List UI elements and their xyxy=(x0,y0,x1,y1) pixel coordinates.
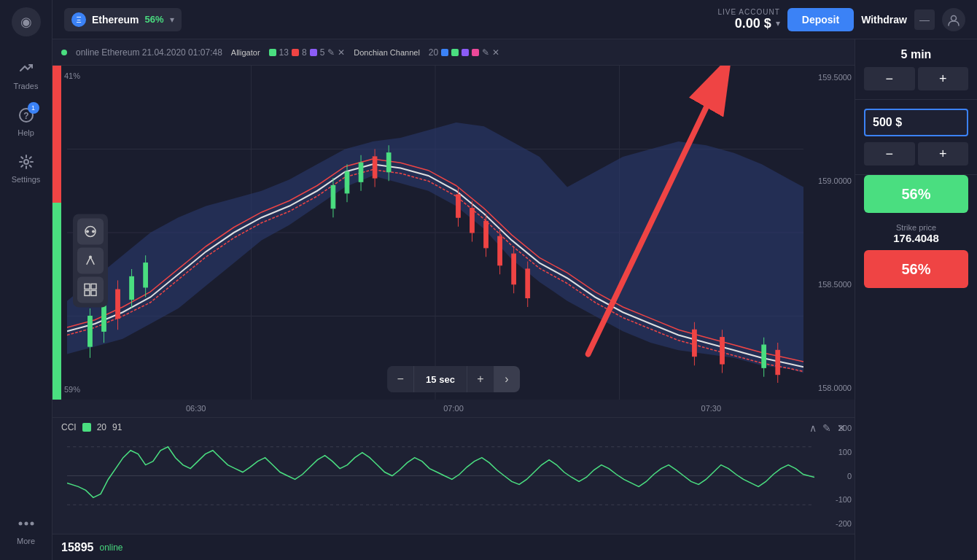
amount-decrease-btn[interactable]: − xyxy=(864,142,915,166)
donchian-label: Donchian Channel xyxy=(354,48,420,57)
topbar-right: LIVE ACCOUNT 0.00 $ ▾ Deposit Withdraw — xyxy=(717,8,965,31)
logo[interactable]: ◉ xyxy=(12,7,41,36)
sidebar-item-settings-label: Settings xyxy=(12,175,41,184)
pct-bar xyxy=(52,66,61,400)
strike-label: Strike price xyxy=(864,223,968,232)
main-area: Ξ Ethereum 56% ▾ LIVE ACCOUNT 0.00 $ ▾ D… xyxy=(52,0,977,560)
alligator-dots: 13 8 5 ✎ ✕ xyxy=(269,47,346,58)
toolbar-layout-btn[interactable] xyxy=(77,276,104,303)
up-button[interactable]: 56% xyxy=(864,175,968,213)
time-next-btn[interactable]: › xyxy=(494,366,520,392)
more-icon xyxy=(16,513,36,534)
withdraw-button[interactable]: Withdraw xyxy=(861,14,907,26)
svg-rect-78 xyxy=(91,284,96,289)
svg-rect-25 xyxy=(144,263,148,287)
settings-icon xyxy=(16,152,36,172)
chart-main: 41% 59% xyxy=(52,66,855,400)
svg-rect-52 xyxy=(498,236,502,265)
svg-rect-40 xyxy=(386,153,391,172)
balance-value: 0.00 $ xyxy=(735,16,771,31)
svg-rect-37 xyxy=(373,157,377,178)
panel-time-value: 5 min xyxy=(864,48,968,61)
alligator-val1: 13 xyxy=(279,47,289,58)
amount-increase-btn[interactable]: + xyxy=(918,142,969,166)
time-increase-btn[interactable]: + xyxy=(467,366,494,392)
live-label: LIVE ACCOUNT xyxy=(717,8,779,16)
svg-rect-67 xyxy=(762,345,766,368)
svg-rect-55 xyxy=(512,254,516,284)
svg-rect-16 xyxy=(102,305,106,331)
sidebar-item-more[interactable]: More xyxy=(16,513,36,545)
svg-point-76 xyxy=(89,255,92,258)
alligator-close-icon[interactable]: ✕ xyxy=(338,47,345,58)
cci-y-200: 200 xyxy=(814,424,855,432)
time-decrease-btn[interactable]: − xyxy=(387,366,413,392)
time-selector: 5 min − + xyxy=(855,39,977,100)
amount-selector: − + xyxy=(855,100,977,175)
x-labels: 06:30 07:00 07:30 xyxy=(67,404,840,413)
cci-y-axis: 200 100 0 -100 -200 xyxy=(814,418,855,534)
y-label-2: 159.0000 xyxy=(803,176,855,185)
status-bar: 15895 online xyxy=(52,534,855,560)
svg-rect-61 xyxy=(693,330,697,356)
sidebar: ◉ Trades 1 ? Help Settings xyxy=(0,0,52,560)
sidebar-item-help[interactable]: 1 ? Help xyxy=(16,105,36,137)
pct-bar-bottom xyxy=(52,203,61,400)
svg-rect-31 xyxy=(345,172,349,193)
sidebar-item-trades[interactable]: Trades xyxy=(14,58,39,90)
y-label-4: 158.0000 xyxy=(803,384,855,392)
asset-name: Ethereum xyxy=(92,14,139,26)
svg-point-75 xyxy=(92,230,95,233)
cci-val2: 91 xyxy=(112,422,122,432)
svg-rect-13 xyxy=(88,316,93,347)
x-label-1: 06:30 xyxy=(186,404,206,413)
status-online: online xyxy=(100,542,123,553)
down-button[interactable]: 56% xyxy=(864,250,968,288)
chart-canvas xyxy=(67,66,803,400)
y-axis: 159.5000 159.0000 158.5000 158.0000 xyxy=(803,66,855,400)
deposit-button[interactable]: Deposit xyxy=(787,8,854,31)
toolbar-crosshair-btn[interactable] xyxy=(77,218,104,244)
cci-label: CCI xyxy=(61,422,77,432)
svg-point-5 xyxy=(30,522,34,526)
sidebar-item-trades-label: Trades xyxy=(14,82,39,90)
balance-row: 0.00 $ ▾ xyxy=(735,16,780,31)
svg-point-3 xyxy=(18,522,22,526)
asset-selector[interactable]: Ξ Ethereum 56% ▾ xyxy=(64,8,182,31)
minimize-icon[interactable]: — xyxy=(914,9,935,30)
svg-rect-19 xyxy=(116,289,120,319)
donchian-close-icon[interactable]: ✕ xyxy=(492,47,499,58)
x-label-2: 07:00 xyxy=(443,404,464,413)
y-label-1: 159.5000 xyxy=(803,73,855,82)
panel-time-increase-btn[interactable]: + xyxy=(918,67,969,90)
svg-rect-49 xyxy=(484,221,488,247)
svg-rect-28 xyxy=(331,185,335,208)
toolbar-arrow-btn[interactable] xyxy=(77,247,104,273)
chevron-down-icon: ▾ xyxy=(170,15,174,25)
svg-point-2 xyxy=(24,160,28,164)
panel-time-stepper: − + xyxy=(864,67,968,90)
trades-icon xyxy=(15,58,36,79)
svg-point-6 xyxy=(951,15,957,20)
right-panel: 5 min − + − + 56% Strike price 176.4048 xyxy=(855,39,977,560)
alligator-edit-icon[interactable]: ✎ xyxy=(327,47,335,58)
donchian-edit-icon[interactable]: ✎ xyxy=(482,47,489,58)
panel-time-decrease-btn[interactable]: − xyxy=(864,67,915,90)
cci-y-n100: -100 xyxy=(814,495,855,504)
chart-info-text: online Ethereum 21.04.2020 01:07:48 xyxy=(76,47,222,58)
donchian-dot2 xyxy=(451,49,459,56)
sidebar-item-settings[interactable]: Settings xyxy=(12,152,41,184)
alligator-dot1 xyxy=(269,49,276,56)
amount-input[interactable] xyxy=(864,109,968,136)
time-controls: − 15 sec + › xyxy=(387,366,520,392)
donchian-dot4 xyxy=(472,49,479,56)
account-chevron-icon[interactable]: ▾ xyxy=(776,18,780,28)
svg-rect-58 xyxy=(526,269,530,298)
topbar: Ξ Ethereum 56% ▾ LIVE ACCOUNT 0.00 $ ▾ D… xyxy=(52,0,977,39)
donchian-dot1 xyxy=(441,49,448,56)
chart-toolbar xyxy=(73,214,108,307)
profile-icon[interactable] xyxy=(942,8,965,31)
cci-y-100: 100 xyxy=(814,448,855,456)
svg-point-74 xyxy=(86,230,89,233)
amount-stepper: − + xyxy=(864,142,968,166)
